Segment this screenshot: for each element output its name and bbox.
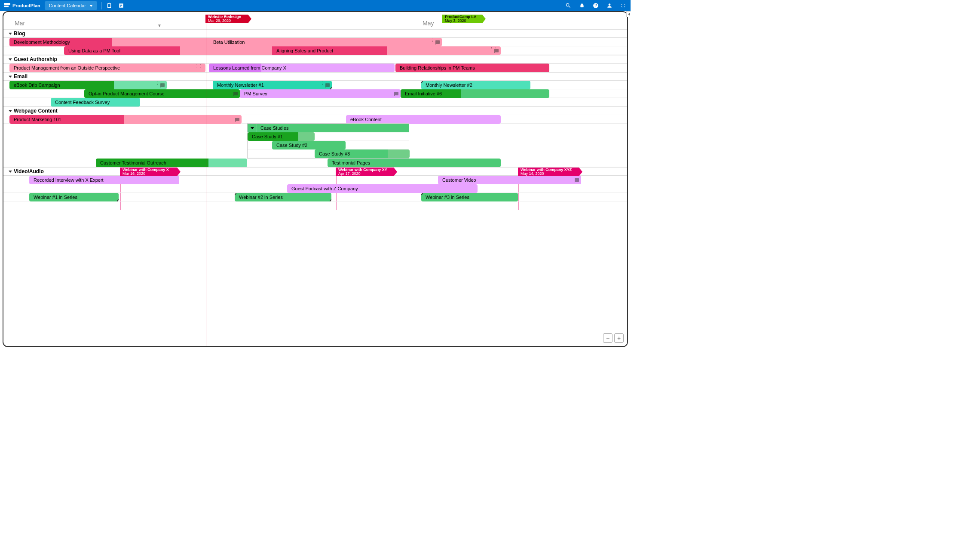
lane-row: Product Marketing 101eBook Content bbox=[3, 115, 627, 124]
lane-title: Blog bbox=[14, 29, 25, 38]
expand-button[interactable] bbox=[248, 124, 257, 132]
roadmap-bar[interactable]: Monthly Newsletter #1⋮⋮ bbox=[213, 81, 332, 89]
roadmap-bar[interactable]: eBook Content bbox=[346, 115, 501, 124]
roadmap-bar[interactable]: Lessons Learned from Company X bbox=[209, 64, 395, 72]
comment-icon[interactable] bbox=[574, 177, 579, 181]
roadmap-bar[interactable]: Customer Testimonial Outreach bbox=[96, 159, 247, 167]
lane-row: Webinar #1 in SeriesWebinar #2 in Series… bbox=[3, 193, 627, 201]
roadmap-bar[interactable]: Email Initiative #6 bbox=[401, 89, 549, 98]
roadmap-bar[interactable]: Recorded Interview with X Expert bbox=[29, 176, 179, 184]
user-icon[interactable] bbox=[606, 3, 612, 9]
plan-dropdown[interactable]: Content Calendar bbox=[45, 1, 97, 10]
chevron-down-icon[interactable]: ▼ bbox=[157, 23, 162, 28]
fullscreen-icon[interactable] bbox=[620, 3, 626, 9]
roadmap-bar[interactable]: Case Study #2 bbox=[272, 141, 346, 149]
roadmap-bar[interactable]: Case Study #3 bbox=[315, 149, 410, 158]
drag-handle-icon[interactable]: ⋮⋮ bbox=[321, 82, 324, 88]
clipboard-icon[interactable] bbox=[106, 3, 112, 9]
roadmap-bar[interactable]: Building Relationships in PM Teams bbox=[395, 64, 549, 72]
top-bar: ProductPlan Content Calendar bbox=[0, 0, 631, 11]
chevron-down-icon bbox=[9, 58, 12, 61]
roadmap-bar[interactable]: Product Marketing 101 bbox=[9, 115, 242, 124]
lane-header[interactable]: Email bbox=[3, 72, 627, 81]
roadmap-bar[interactable]: Customer Video bbox=[438, 176, 581, 184]
chevron-down-icon bbox=[9, 171, 12, 173]
roadmap-bar[interactable]: Webinar #3 in Series bbox=[421, 193, 518, 201]
timeline-header: Q2 MarMay▼ bbox=[3, 12, 627, 29]
drag-handle-icon[interactable]: ⋮⋮ bbox=[490, 48, 493, 53]
chevron-down-icon bbox=[251, 127, 254, 129]
month-label: May bbox=[423, 20, 434, 27]
chevron-down-icon bbox=[9, 76, 12, 78]
search-icon[interactable] bbox=[565, 3, 571, 9]
app-name: ProductPlan bbox=[12, 3, 40, 8]
lane-row: Guest Podcast with Z Company bbox=[3, 184, 627, 193]
lane-header[interactable]: Guest Authorship bbox=[3, 55, 627, 64]
milestone-flag[interactable]: ProductCamp LAMay 3, 2020 bbox=[442, 15, 482, 23]
logo-icon bbox=[4, 3, 10, 8]
plan-name: Content Calendar bbox=[49, 3, 86, 8]
link-icon[interactable] bbox=[117, 199, 119, 201]
side-panel-toggle[interactable] bbox=[626, 11, 631, 17]
container-header[interactable]: Case Studies bbox=[248, 124, 409, 132]
roadmap-bar[interactable]: Testimonial Pages bbox=[328, 159, 501, 167]
month-label: Mar bbox=[15, 20, 25, 27]
roadmap-bar[interactable]: Opt-in Product Management Course bbox=[84, 89, 240, 98]
chevron-down-icon bbox=[9, 110, 12, 112]
roadmap-bar[interactable]: Monthly Newsletter #2 bbox=[421, 81, 530, 89]
bell-icon[interactable] bbox=[579, 3, 585, 9]
milestone-flag[interactable]: Webinar with Company XYApr 17, 2020 bbox=[336, 168, 394, 176]
lane-header[interactable]: Blog bbox=[3, 29, 627, 38]
container-title: Case Studies bbox=[257, 125, 288, 131]
roadmap-bar[interactable]: Content Feedback Survey bbox=[51, 98, 140, 107]
help-icon[interactable] bbox=[593, 3, 599, 9]
lane-row: Development Methodology⋮⋮Beta Utilizatio… bbox=[3, 38, 627, 46]
milestone-flag[interactable]: Website RedesignMar 29, 2020 bbox=[205, 15, 248, 23]
link-icon[interactable] bbox=[235, 193, 236, 195]
lane-row: Product Management from an Outside Persp… bbox=[3, 64, 627, 72]
lane-row: Content Feedback Survey bbox=[3, 98, 627, 107]
roadmap-bar[interactable]: Guest Podcast with Z Company bbox=[287, 184, 478, 193]
link-icon[interactable] bbox=[421, 193, 423, 195]
lane-title: Email bbox=[14, 72, 28, 81]
chevron-down-icon bbox=[9, 33, 12, 35]
lane-title: Webpage Content bbox=[14, 107, 58, 115]
lane-header[interactable]: Webpage Content bbox=[3, 107, 627, 115]
roadmap-bar[interactable]: Product Management from an Outside Persp… bbox=[9, 64, 205, 72]
link-icon[interactable] bbox=[421, 81, 423, 83]
chevron-down-icon bbox=[89, 5, 93, 7]
lane-row: Recorded Interview with X ExpertCustomer… bbox=[3, 176, 627, 184]
lane-row: Using Data as a PM Tool⋮⋮Aligning Sales … bbox=[3, 46, 627, 55]
lane-title: Guest Authorship bbox=[14, 55, 57, 64]
comment-icon[interactable] bbox=[235, 116, 240, 121]
zoom-in-button[interactable]: + bbox=[614, 333, 624, 343]
lane-title: Video/Audio bbox=[14, 167, 44, 176]
lane-row: Opt-in Product Management CoursePM Surve… bbox=[3, 89, 627, 98]
zoom-out-button[interactable]: − bbox=[603, 333, 612, 343]
roadmap-bar[interactable]: Case Study #1 bbox=[248, 132, 315, 141]
drag-handle-icon[interactable]: ⋮⋮ bbox=[156, 82, 159, 88]
comment-icon[interactable] bbox=[233, 91, 238, 95]
zoom-controls: − + bbox=[603, 333, 624, 343]
comment-icon[interactable] bbox=[394, 91, 399, 95]
roadmap-bar[interactable]: eBook Drip Campaign⋮⋮ bbox=[9, 81, 167, 89]
drag-handle-icon[interactable]: ⋮⋮ bbox=[194, 65, 198, 70]
lane-row: Customer Testimonial OutreachTestimonial… bbox=[3, 159, 627, 167]
roadmap-bar[interactable]: Webinar #2 in Series bbox=[235, 193, 331, 201]
roadmap-bar[interactable]: Webinar #1 in Series bbox=[29, 193, 119, 201]
drag-handle-icon[interactable]: ⋮⋮ bbox=[431, 40, 434, 45]
parking-icon[interactable] bbox=[118, 3, 124, 9]
link-icon[interactable] bbox=[330, 199, 331, 201]
roadmap-bar[interactable]: PM Survey bbox=[240, 89, 401, 98]
milestone-flag[interactable]: Webinar with Company XYZMay 14, 2020 bbox=[518, 168, 579, 176]
roadmap-canvas: Q2 MarMay▼ BlogDevelopment Methodology⋮⋮… bbox=[3, 11, 628, 347]
app-logo[interactable]: ProductPlan bbox=[4, 3, 40, 8]
milestone-flag[interactable]: Webinar with Company XMar 16, 2020 bbox=[120, 168, 177, 176]
lane-row: eBook Drip Campaign⋮⋮Monthly Newsletter … bbox=[3, 81, 627, 89]
